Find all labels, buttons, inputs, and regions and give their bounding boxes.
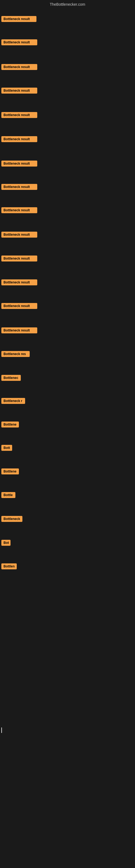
bottleneck-label-20[interactable]: Bottlene — [1, 468, 19, 474]
result-item-11: Bottleneck result — [1, 255, 37, 262]
result-item-10: Bottleneck result — [1, 231, 37, 239]
result-item-3: Bottleneck result — [1, 64, 37, 71]
results-container: Bottleneck resultBottleneck resultBottle… — [0, 9, 135, 868]
result-item-18: Bottlene — [1, 422, 19, 429]
result-item-6: Bottleneck result — [1, 136, 37, 143]
result-item-24: Bottlen — [1, 563, 17, 570]
bottleneck-label-24[interactable]: Bottlen — [1, 563, 17, 569]
bottleneck-label-23[interactable]: Bot — [1, 540, 10, 546]
result-item-13: Bottleneck result — [1, 303, 37, 310]
result-item-5: Bottleneck result — [1, 112, 37, 119]
bottleneck-label-2[interactable]: Bottleneck result — [1, 39, 37, 45]
bottleneck-label-14[interactable]: Bottleneck result — [1, 328, 37, 333]
result-item-9: Bottleneck result — [1, 207, 37, 214]
bottleneck-label-10[interactable]: Bottleneck result — [1, 231, 37, 238]
bottleneck-label-8[interactable]: Bottleneck result — [1, 184, 37, 190]
result-item-23: Bot — [1, 540, 10, 547]
bottleneck-label-4[interactable]: Bottleneck result — [1, 88, 37, 94]
result-item-17: Bottleneck r — [1, 398, 25, 405]
site-title: TheBottlenecker.com — [0, 0, 135, 9]
bottleneck-label-3[interactable]: Bottleneck result — [1, 64, 37, 70]
result-item-1: Bottleneck result — [1, 16, 37, 23]
result-item-20: Bottlene — [1, 468, 19, 475]
bottleneck-label-5[interactable]: Bottleneck result — [1, 112, 37, 118]
bottleneck-label-15[interactable]: Bottleneck res — [1, 351, 30, 357]
bottleneck-label-7[interactable]: Bottleneck result — [1, 161, 37, 166]
bottleneck-label-22[interactable]: Bottleneck — [1, 516, 22, 522]
bottleneck-label-19[interactable]: Bott — [1, 445, 12, 451]
bottleneck-label-18[interactable]: Bottlene — [1, 422, 19, 428]
bottleneck-label-9[interactable]: Bottleneck result — [1, 207, 37, 213]
bottleneck-label-6[interactable]: Bottleneck result — [1, 136, 37, 142]
result-item-15: Bottleneck res — [1, 351, 30, 358]
bottleneck-label-21[interactable]: Bottle — [1, 492, 15, 498]
bottleneck-label-12[interactable]: Bottleneck result — [1, 279, 37, 285]
result-item-7: Bottleneck result — [1, 161, 37, 167]
result-item-14: Bottleneck result — [1, 328, 37, 335]
result-item-8: Bottleneck result — [1, 184, 37, 191]
bottleneck-label-16[interactable]: Bottlenec — [1, 375, 21, 381]
result-item-2: Bottleneck result — [1, 39, 37, 46]
bottleneck-label-11[interactable]: Bottleneck result — [1, 255, 37, 261]
bottleneck-label-13[interactable]: Bottleneck result — [1, 303, 37, 309]
result-item-22: Bottleneck — [1, 516, 22, 523]
bottleneck-label-17[interactable]: Bottleneck r — [1, 398, 25, 404]
cursor — [1, 727, 2, 733]
bottleneck-label-1[interactable]: Bottleneck result — [1, 16, 37, 22]
result-item-21: Bottle — [1, 492, 15, 499]
result-item-19: Bott — [1, 445, 12, 452]
result-item-16: Bottlenec — [1, 375, 21, 382]
result-item-4: Bottleneck result — [1, 88, 37, 95]
result-item-12: Bottleneck result — [1, 279, 37, 286]
